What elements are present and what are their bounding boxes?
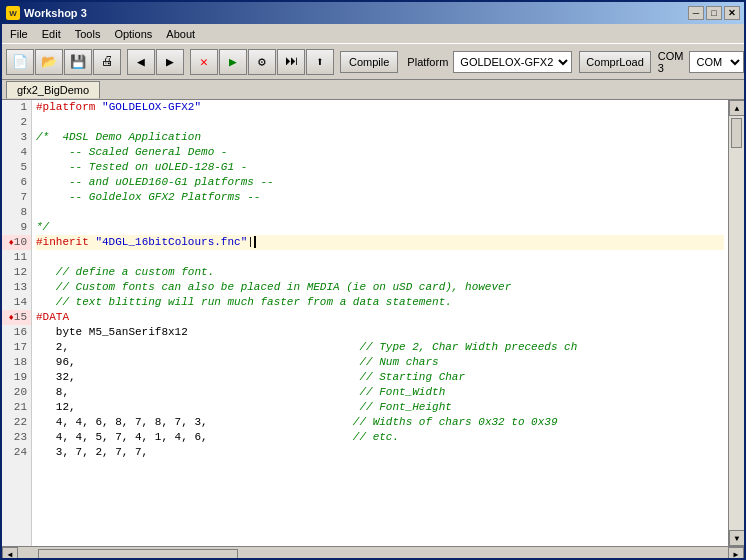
title-controls: ─ □ ✕	[688, 6, 740, 20]
print-button[interactable]: 🖨	[93, 49, 121, 75]
horizontal-scrollbar[interactable]: ◀ ▶	[2, 546, 744, 560]
comprload-button[interactable]: ComprLoad	[579, 51, 650, 73]
debug-button[interactable]: ⚙	[248, 49, 276, 75]
code-line-15: #DATA	[36, 310, 724, 325]
code-line-6: -- and uOLED160-G1 platforms --	[36, 175, 724, 190]
save-button[interactable]: 💾	[64, 49, 92, 75]
code-line-10: #inherit "4DGL_16bitColours.fnc"|	[36, 235, 724, 250]
code-line-17: 2, // Type 2, Char Width preceeds ch	[36, 340, 724, 355]
app-icon: W	[6, 6, 20, 20]
platform-select[interactable]: GOLDELOX-GFX2 GOLDELOX PICASO	[453, 51, 572, 73]
line-num-16: 16	[2, 325, 31, 340]
code-line-24: 3, 7, 2, 7, 7,	[36, 445, 724, 460]
code-line-13: // Custom fonts can also be placed in ME…	[36, 280, 724, 295]
scroll-left-arrow[interactable]: ◀	[2, 547, 18, 561]
scroll-track[interactable]	[729, 116, 744, 530]
action-buttons-group: ✕ ▶ ⚙ ⏭ ⬆	[190, 49, 334, 75]
line-num-2: 2	[2, 115, 31, 130]
line-num-18: 18	[2, 355, 31, 370]
editor-container: 123456789♦1011121314♦1516171819202122232…	[2, 100, 744, 560]
menu-file[interactable]: File	[4, 26, 34, 42]
code-line-11	[36, 250, 724, 265]
code-line-18: 96, // Num chars	[36, 355, 724, 370]
code-editor[interactable]: 123456789♦1011121314♦1516171819202122232…	[2, 100, 744, 546]
file-buttons-group: 📄 📂 💾 🖨	[6, 49, 121, 75]
code-line-23: 4, 4, 5, 7, 4, 1, 4, 6, // etc.	[36, 430, 724, 445]
menu-edit[interactable]: Edit	[36, 26, 67, 42]
com-select[interactable]: COM 3 COM 1 COM 2	[689, 51, 744, 73]
tab-bar: gfx2_BigDemo	[2, 80, 744, 100]
compile-button[interactable]: Compile	[340, 51, 398, 73]
line-num-20: 20	[2, 385, 31, 400]
line-num-22: 22	[2, 415, 31, 430]
scroll-up-arrow[interactable]: ▲	[729, 100, 744, 116]
stop-button[interactable]: ✕	[190, 49, 218, 75]
close-button[interactable]: ✕	[724, 6, 740, 20]
code-line-8	[36, 205, 724, 220]
code-line-12: // define a custom font.	[36, 265, 724, 280]
code-line-21: 12, // Font_Height	[36, 400, 724, 415]
line-num-12: 12	[2, 265, 31, 280]
menu-about[interactable]: About	[160, 26, 201, 42]
line-num-17: 17	[2, 340, 31, 355]
vertical-scrollbar[interactable]: ▲ ▼	[728, 100, 744, 546]
code-line-5: -- Tested on uOLED-128-G1 -	[36, 160, 724, 175]
code-line-14: // text blitting will run much faster fr…	[36, 295, 724, 310]
scroll-right-arrow[interactable]: ▶	[728, 547, 744, 561]
line-num-24: 24	[2, 445, 31, 460]
menu-bar: File Edit Tools Options About	[2, 24, 744, 44]
line-num-11: 11	[2, 250, 31, 265]
back-button[interactable]: ◀	[127, 49, 155, 75]
forward-button[interactable]: ▶	[156, 49, 184, 75]
line-num-14: 14	[2, 295, 31, 310]
open-button[interactable]: 📂	[35, 49, 63, 75]
scroll-h-thumb[interactable]	[38, 549, 238, 561]
line-numbers: 123456789♦1011121314♦1516171819202122232…	[2, 100, 32, 546]
code-line-1: #platform "GOLDELOX-GFX2"	[36, 100, 724, 115]
title-bar-left: W Workshop 3	[6, 6, 87, 20]
line-num-13: 13	[2, 280, 31, 295]
code-line-20: 8, // Font_Width	[36, 385, 724, 400]
line-num-4: 4	[2, 145, 31, 160]
nav-buttons-group: ◀ ▶	[127, 49, 184, 75]
line-num-21: 21	[2, 400, 31, 415]
line-num-6: 6	[2, 175, 31, 190]
menu-options[interactable]: Options	[108, 26, 158, 42]
maximize-button[interactable]: □	[706, 6, 722, 20]
new-button[interactable]: 📄	[6, 49, 34, 75]
title-bar: W Workshop 3 ─ □ ✕	[2, 2, 744, 24]
scroll-thumb[interactable]	[731, 118, 742, 148]
code-line-19: 32, // Starting Char	[36, 370, 724, 385]
code-lines: #platform "GOLDELOX-GFX2"/* 4DSL Demo Ap…	[32, 100, 728, 460]
step-button[interactable]: ⏭	[277, 49, 305, 75]
main-window: W Workshop 3 ─ □ ✕ File Edit Tools Optio…	[0, 0, 746, 560]
line-num-8: 8	[2, 205, 31, 220]
line-num-10: ♦10	[2, 235, 31, 250]
run-button[interactable]: ▶	[219, 49, 247, 75]
line-num-1: 1	[2, 100, 31, 115]
line-num-9: 9	[2, 220, 31, 235]
line-num-15: ♦15	[2, 310, 31, 325]
line-num-7: 7	[2, 190, 31, 205]
scroll-h-track[interactable]	[18, 548, 728, 561]
upload-button[interactable]: ⬆	[306, 49, 334, 75]
platform-label: Platform	[407, 56, 448, 68]
com-label: COM 3	[658, 50, 684, 74]
scroll-down-arrow[interactable]: ▼	[729, 530, 744, 546]
minimize-button[interactable]: ─	[688, 6, 704, 20]
code-line-7: -- Goldelox GFX2 Platforms --	[36, 190, 724, 205]
toolbar: 📄 📂 💾 🖨 ◀ ▶ ✕ ▶ ⚙ ⏭ ⬆ Compile Platform G…	[2, 44, 744, 80]
code-area[interactable]: #platform "GOLDELOX-GFX2"/* 4DSL Demo Ap…	[32, 100, 728, 546]
file-tab[interactable]: gfx2_BigDemo	[6, 81, 100, 99]
line-num-19: 19	[2, 370, 31, 385]
code-line-16: byte M5_5anSerif8x12	[36, 325, 724, 340]
menu-tools[interactable]: Tools	[69, 26, 107, 42]
code-line-22: 4, 4, 6, 8, 7, 8, 7, 3, // Widths of cha…	[36, 415, 724, 430]
code-line-4: -- Scaled General Demo -	[36, 145, 724, 160]
line-num-5: 5	[2, 160, 31, 175]
window-title: Workshop 3	[24, 7, 87, 19]
line-num-3: 3	[2, 130, 31, 145]
code-line-2	[36, 115, 724, 130]
line-num-23: 23	[2, 430, 31, 445]
code-line-9: */	[36, 220, 724, 235]
